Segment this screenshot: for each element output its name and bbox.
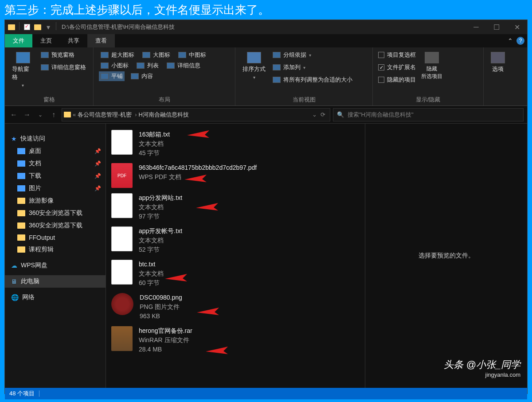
tab-file[interactable]: 文件: [5, 34, 32, 47]
recent-dropdown[interactable]: ⌄: [35, 109, 46, 120]
sidebar-item-docs[interactable]: 文档📌: [5, 157, 106, 170]
details-pane-button[interactable]: 详细信息窗格: [39, 62, 88, 72]
layout-tile[interactable]: 平铺: [99, 71, 125, 81]
pin-icon: 📌: [94, 148, 101, 154]
close-button[interactable]: ✕: [507, 20, 527, 34]
up-button[interactable]: ↑: [48, 109, 59, 120]
annotation-arrow: [182, 173, 209, 184]
tab-home[interactable]: 主页: [32, 34, 60, 47]
monitor-icon: 🖥: [11, 278, 17, 285]
pin-icon: 📌: [94, 160, 101, 167]
annotation-arrow: [203, 345, 230, 356]
qat-properties-icon[interactable]: [22, 22, 32, 32]
file-type-icon: [111, 226, 133, 251]
file-item[interactable]: PDF 963b46fc7a6c48175bb2bbb2d7cd2b97.pdf…: [110, 160, 361, 191]
file-size: 52 字节: [139, 245, 182, 254]
layout-detail[interactable]: 详细信息: [165, 61, 202, 70]
file-list-pane[interactable]: 163邮箱.txt 文本文档 45 字节 PDF 963b46fc7a6c481…: [106, 124, 365, 388]
file-type: WinRAR 压缩文件: [139, 336, 192, 345]
checkbox-hidden-items[interactable]: 隐藏的项目: [378, 75, 416, 85]
sidebar-item-folder[interactable]: 旅游影像: [5, 195, 106, 207]
sidebar-item-pics[interactable]: 图片📌: [5, 182, 106, 195]
status-bar: 48 个项目: [5, 388, 527, 399]
layout-content[interactable]: 内容: [129, 71, 155, 81]
maximize-button[interactable]: ☐: [486, 20, 507, 34]
star-icon: ★: [11, 135, 17, 142]
file-item[interactable]: app开发帐号.txt 文本文档 52 字节: [110, 224, 361, 257]
file-name: 163邮箱.txt: [139, 130, 170, 139]
sidebar-item-folder[interactable]: 360安全浏览器下载: [5, 219, 106, 232]
hide-selected-button[interactable]: 隐藏 所选项目: [419, 50, 444, 82]
search-box[interactable]: 🔍 搜索"H河南合融信息科技": [333, 108, 524, 121]
layout-xl[interactable]: 超大图标: [99, 50, 136, 60]
preview-pane: 选择要预览的文件。: [365, 124, 527, 388]
minimize-button[interactable]: ─: [466, 20, 486, 34]
search-icon: 🔍: [337, 111, 344, 118]
checkbox-item-checkboxes[interactable]: 项目复选框: [378, 50, 416, 60]
file-name: app分发网站.txt: [139, 193, 182, 203]
pin-icon: 📌: [94, 185, 101, 191]
file-type: 文本文档: [139, 236, 182, 245]
layout-lg[interactable]: 大图标: [141, 50, 172, 60]
sidebar-item-folder[interactable]: 课程剪辑: [5, 243, 106, 256]
sidebar-item-folder[interactable]: FFOutput: [5, 232, 106, 243]
ribbon-group-view: 当前视图: [241, 94, 367, 105]
fit-columns-button[interactable]: 将所有列调整为合适的大小: [271, 75, 354, 85]
options-button[interactable]: 选项: [489, 50, 507, 75]
sidebar-quick-access[interactable]: ★快速访问: [5, 133, 106, 145]
file-item[interactable]: DSC00980.png PNG 图片文件 963 KB: [110, 290, 361, 324]
file-explorer-window: ▾ D:\各公司信息管理-机密\H河南合融信息科技 ─ ☐ ✕ 文件 主页 共享…: [4, 20, 528, 394]
sidebar-item-folder[interactable]: 360安全浏览器下载: [5, 207, 106, 219]
file-type-icon: [111, 293, 133, 315]
search-placeholder: 搜索"H河南合融信息科技": [348, 111, 414, 119]
file-item[interactable]: btc.txt 文本文档 60 字节: [110, 257, 361, 290]
file-size: 60 字节: [139, 278, 164, 288]
preview-pane-button[interactable]: 预览窗格: [39, 50, 88, 60]
tab-share[interactable]: 共享: [60, 34, 87, 47]
breadcrumb-1[interactable]: 各公司信息管理-机密: [78, 111, 137, 119]
file-size: 97 字节: [139, 212, 182, 221]
watermark: 头条 @小张_同学 jingyanla.com: [444, 358, 520, 378]
ribbon-group-layout: 布局: [99, 94, 230, 105]
sidebar-this-pc[interactable]: 🖥此电脑: [5, 275, 106, 288]
navigation-sidebar: ★快速访问 桌面📌 文档📌 下载📌 图片📌 旅游影像 360安全浏览器下载 36…: [5, 124, 106, 388]
tab-view[interactable]: 查看: [87, 34, 115, 47]
collapse-ribbon-icon[interactable]: ⌃: [508, 37, 513, 44]
tutorial-banner: 第三步：完成上述步骤以后，文件名便显示出来了。: [0, 0, 532, 20]
nav-pane-button[interactable]: 导航窗格 ▾: [10, 50, 35, 90]
forward-button[interactable]: →: [22, 109, 32, 120]
sidebar-item-downloads[interactable]: 下载📌: [5, 170, 106, 182]
sort-button[interactable]: 排序方式▾: [241, 50, 267, 82]
help-icon[interactable]: ?: [516, 37, 524, 45]
address-bar-row: ← → ⌄ ↑ « 各公司信息管理-机密 H河南合融信息科技 ⌄ ⟳ 🔍 搜索"…: [5, 106, 527, 124]
back-button[interactable]: ←: [8, 109, 19, 120]
layout-list[interactable]: 列表: [135, 61, 160, 70]
layout-sm[interactable]: 小图标: [99, 61, 130, 70]
file-type-icon: PDF: [111, 163, 133, 188]
file-item[interactable]: app分发网站.txt 文本文档 97 字节: [110, 191, 361, 224]
ribbon-group-show: 显示/隐藏: [378, 94, 478, 105]
cloud-icon: ☁: [11, 262, 17, 269]
sidebar-item-desktop[interactable]: 桌面📌: [5, 145, 106, 157]
file-type-icon: [111, 260, 133, 285]
group-by-button[interactable]: 分组依据 ▾: [271, 50, 354, 60]
file-type: 文本文档: [139, 139, 170, 148]
file-name: DSC00980.png: [140, 293, 182, 302]
file-item[interactable]: 163邮箱.txt 文本文档 45 字节: [110, 127, 361, 160]
qat-dropdown-icon[interactable]: ▾: [43, 22, 53, 32]
refresh-icon[interactable]: ⟳: [321, 111, 325, 118]
sidebar-wps[interactable]: ☁WPS网盘: [5, 259, 106, 272]
pin-icon: 📌: [94, 173, 101, 179]
file-type: 文本文档: [139, 269, 164, 278]
address-bar[interactable]: « 各公司信息管理-机密 H河南合融信息科技 ⌄ ⟳: [62, 108, 330, 121]
qat-new-folder-icon[interactable]: [33, 22, 43, 32]
layout-md[interactable]: 中图标: [176, 50, 208, 60]
sidebar-network[interactable]: 🌐网络: [5, 291, 106, 304]
title-bar: ▾ D:\各公司信息管理-机密\H河南合融信息科技 ─ ☐ ✕: [5, 20, 527, 34]
add-columns-button[interactable]: 添加列 ▾: [271, 62, 354, 72]
address-dropdown-icon[interactable]: ⌄: [312, 111, 317, 118]
breadcrumb-2[interactable]: H河南合融信息科技: [139, 111, 189, 119]
file-item[interactable]: herong官网备份.rar WinRAR 压缩文件 28.4 MB: [110, 324, 361, 357]
checkbox-file-extensions[interactable]: ✓文件扩展名: [378, 62, 416, 72]
file-type-icon: [111, 326, 133, 351]
